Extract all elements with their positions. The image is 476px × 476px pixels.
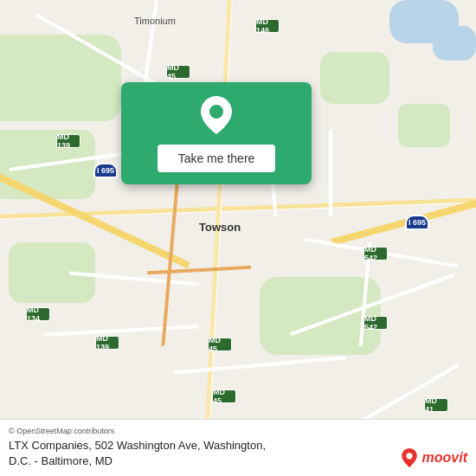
moovit-pin-icon	[400, 448, 419, 467]
moovit-text: moovit	[422, 450, 467, 466]
shield-md41: MD 41	[424, 398, 448, 412]
park-area-6	[398, 104, 450, 147]
take-me-there-button[interactable]: Take me there	[158, 145, 276, 172]
shield-md45-btm2: MD 45	[212, 389, 236, 403]
shield-md45-top: MD 45	[166, 65, 190, 79]
label-timonium: Timonium	[134, 16, 176, 26]
shield-i695-right: I 695	[405, 215, 429, 230]
address-text: LTX Companies, 502 Washington Ave, Washi…	[9, 438, 266, 469]
shield-md542-top: MD 542	[363, 247, 388, 261]
map-attribution: © OpenStreetMap contributors	[9, 427, 467, 435]
shield-md134: MD 134	[26, 307, 50, 321]
park-area-1	[0, 35, 121, 121]
road-misc-7	[329, 130, 332, 216]
shield-md542-btm: MD 542	[363, 316, 388, 330]
moovit-logo: moovit	[400, 448, 467, 467]
location-pin-icon	[201, 96, 232, 134]
shield-md146: MD 146	[255, 19, 280, 33]
bottom-info-bar: © OpenStreetMap contributors LTX Compani…	[0, 419, 476, 476]
shield-i695-left: I 695	[93, 163, 118, 178]
address-line1: LTX Companies, 502 Washington Ave, Washi…	[9, 439, 266, 452]
svg-point-0	[209, 105, 223, 119]
svg-point-1	[406, 453, 412, 459]
pin-wrapper	[201, 96, 232, 138]
map-container: Timonium Towson I 695 I 695 I 695 MD 146…	[0, 0, 476, 476]
shield-md139-btm: MD 139	[95, 336, 119, 350]
shield-md45-btm: MD 45	[208, 338, 232, 351]
location-popup: Take me there	[121, 82, 312, 184]
address-line2: D.C. - Baltimore, MD	[9, 454, 113, 467]
shield-md139-left: MD 139	[56, 134, 80, 148]
water-area-2	[433, 26, 476, 61]
park-area-5	[320, 52, 389, 104]
label-towson: Towson	[199, 221, 241, 234]
